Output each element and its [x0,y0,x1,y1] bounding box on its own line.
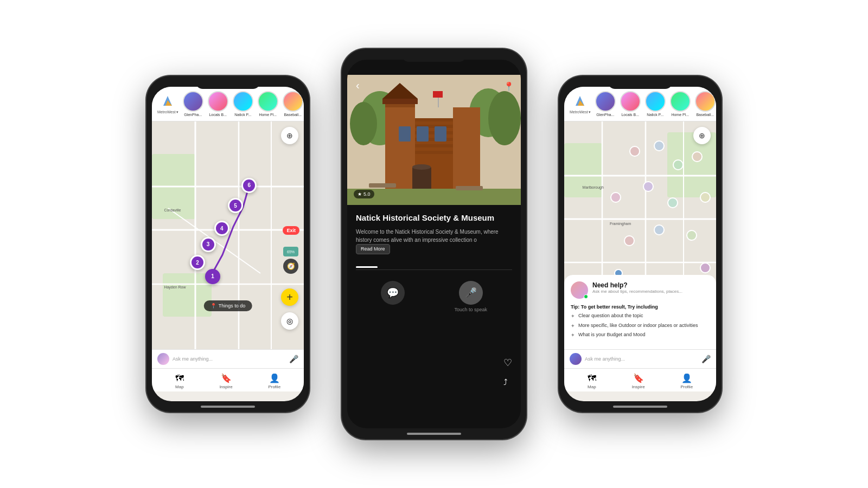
back-icon: ‹ [356,79,360,91]
phone1-compass[interactable]: ⊕ [281,127,298,144]
phone1-ask-avatar [157,353,169,365]
svg-point-33 [412,164,431,170]
phone2-share-button[interactable]: ⤴ [503,377,512,387]
phone3-nav-profile[interactable]: 👤 Profile [680,373,693,389]
phone3-story-2[interactable]: Locals B... [620,91,641,117]
phone1-stories-row: MetroWest ▾ GlenPha... Locals B... Natic… [152,87,304,121]
phone3-brand[interactable]: MetroWest ▾ [570,94,591,114]
phone1-nav-profile[interactable]: 👤 Profile [268,373,280,389]
map-icon: 🗺 [175,374,184,383]
svg-point-56 [668,198,678,208]
phone3-ask-avatar [570,353,582,365]
svg-rect-42 [564,143,602,197]
star-icon: ★ [358,191,362,197]
phone3-story-3[interactable]: Natick P... [645,91,666,117]
svg-point-57 [700,192,710,202]
svg-point-50 [630,146,640,156]
phone1-exit-badge[interactable]: Exit [283,226,299,235]
phone3-story-avatar-4 [670,91,691,112]
phone2-heart-button[interactable]: ♡ [503,357,512,369]
phone3-ai-header: Need help? Ask me about tips, recommenda… [571,281,710,299]
mic-icon: 🎤 [465,287,477,299]
phone1-nav-inspire[interactable]: 🔖 Inspire [220,373,233,389]
sparkle-icon-3: ✦ [571,332,575,338]
phone1-add-button[interactable]: + [281,288,298,306]
phone3-story-5[interactable]: Baseball... [695,91,716,117]
phone3-story-1[interactable]: GlenPha... [595,91,616,117]
phone2-read-more-button[interactable]: Read More [356,244,390,255]
phone1-marker-5[interactable]: 5 [228,198,243,213]
phone2-bottom-controls: 💬 🎤 Touch to speak [347,274,521,323]
phone2-touch-label: Touch to speak [455,307,488,312]
phone3-ask-bar: Ask me anything... 🎤 [564,349,716,368]
svg-rect-24 [385,102,415,189]
plus-icon: + [286,291,293,304]
pin-icon: 📍 [210,303,216,309]
phone1-label-cordaville: Cordaville [164,208,181,212]
svg-rect-3 [152,154,195,219]
phone1-ask-input[interactable]: Ask me anything... [173,356,286,362]
phone3-screen: MetroWest ▾ GlenPha... Locals B... Natic… [564,87,716,401]
svg-rect-36 [456,186,483,190]
phone1-route-info: 65% [283,247,298,256]
phone1-brand[interactable]: MetroWest ▾ [157,94,178,114]
phone1-marker-1[interactable]: 1 [205,269,220,284]
phone2-bottom-buttons: 💬 🎤 Touch to speak [356,281,512,312]
phone1-nav-map[interactable]: 🗺 Map [175,374,184,389]
phone3-tip-1: ✦ Clear question about the topic [571,313,710,319]
phone2-chat-group: 💬 [381,281,405,305]
phone3-ai-avatar [571,281,588,299]
phone1-mode-btn[interactable]: 🧭 [283,259,298,274]
phone2-home-bar [407,433,461,435]
svg-point-54 [643,182,653,191]
phone1-mic-icon[interactable]: 🎤 [289,355,298,363]
phone1-marker-4[interactable]: 4 [214,221,229,236]
phone1-story-1[interactable]: GlenPha... [183,91,203,117]
phone1-location-button[interactable]: ◎ [281,312,298,330]
phone1-story-5[interactable]: Baseball... [283,91,303,117]
phone1-marker-6[interactable]: 6 [241,178,257,193]
phone3-ai-text: Need help? Ask me about tips, recommenda… [592,281,682,294]
phone2-chat-button[interactable]: 💬 [381,281,405,305]
phone1-map[interactable]: Cordaville Hayden Row 6 5 4 3 2 1 ⊕ Exit… [152,121,304,349]
phone2-action-icons: ♡ ⤴ [503,357,512,387]
phone3-tip-section: Tip: To get better result, Try including… [571,304,710,338]
svg-point-58 [654,225,664,235]
phone3-nav-map[interactable]: 🗺 Map [588,374,596,389]
phone3-bottom-nav: 🗺 Map 🔖 Inspire 👤 Profile [564,368,716,391]
phone1-story-avatar-5 [283,91,303,112]
location-icon: ◎ [286,317,293,325]
phone2-mic-button[interactable]: 🎤 [459,281,483,305]
phone1-marker-2[interactable]: 2 [190,255,205,270]
phone2-place-info: Natick Historical Society & Museum Welco… [347,205,521,262]
svg-point-63 [700,263,710,273]
phone3-nav-inspire[interactable]: 🔖 Inspire [632,373,645,389]
phone3-tip-2: ✦ More specific, like Outdoor or indoor … [571,323,710,329]
phone1-screen: MetroWest ▾ GlenPha... Locals B... Natic… [152,87,304,401]
sparkle-icon-1: ✦ [571,313,575,319]
phone3-map[interactable]: Marlborough Framingham ⊕ Need help? Ask … [564,121,716,349]
phone2-place-image: ★ 5.0 📍 [347,75,521,205]
phone3-ask-input[interactable]: Ask me anything... [585,356,698,362]
phone1-things-badge[interactable]: 📍 Things to do [204,300,252,311]
phone3-ai-subtitle: Ask me about tips, recommendations, plac… [592,289,682,294]
svg-rect-2 [152,121,304,349]
phone3-compass[interactable]: ⊕ [693,127,711,144]
phone2-location-pin[interactable]: 📍 [503,81,514,92]
svg-point-59 [624,236,634,246]
map-icon: 🗺 [588,374,596,383]
svg-rect-43 [667,132,716,197]
phone1-marker-3[interactable]: 3 [201,237,216,252]
phone3-story-avatar-5 [695,91,716,112]
phone1-home-bar [201,406,255,408]
phone1-story-2[interactable]: Locals B... [208,91,228,117]
phone1-story-4[interactable]: Home Pl... [258,91,278,117]
phone3-story-4[interactable]: Home Pl... [670,91,691,117]
phone1-story-3[interactable]: Natick P... [233,91,253,117]
sparkle-icon-2: ✦ [571,323,575,329]
svg-point-55 [611,192,621,202]
svg-point-53 [692,152,702,162]
phone2-back-button[interactable]: ‹ [356,79,360,92]
phone1-ask-bar: Ask me anything... 🎤 [152,349,304,368]
phone3-mic-icon[interactable]: 🎤 [701,355,711,363]
